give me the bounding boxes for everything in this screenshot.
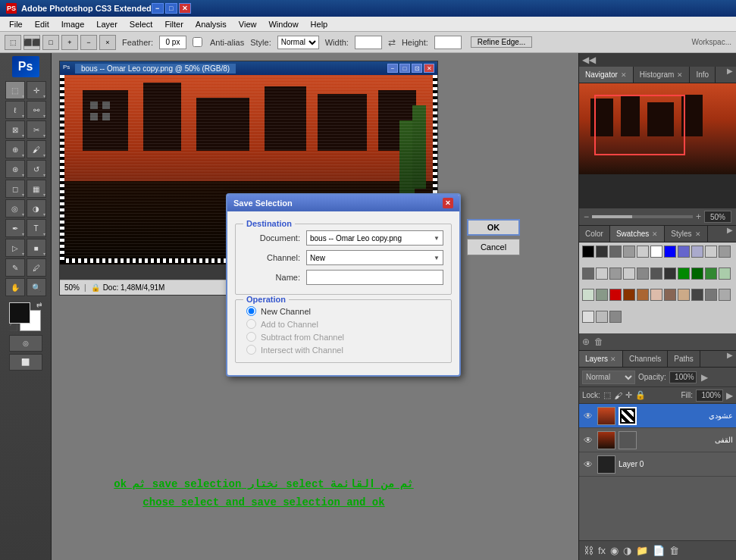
swatch-item[interactable]	[678, 267, 690, 280]
minimize-button[interactable]: −	[152, 3, 164, 14]
swatch-item[interactable]	[691, 289, 703, 301]
layers-tab[interactable]: Layers ✕	[579, 351, 623, 367]
subtract-from-channel-radio[interactable]	[246, 332, 256, 342]
menu-layer[interactable]: Layer	[90, 19, 124, 30]
swatches-tab-close[interactable]: ✕	[652, 230, 658, 238]
intersect-selection-btn[interactable]: ×	[99, 35, 116, 50]
styles-tab-close[interactable]: ✕	[695, 230, 701, 238]
swatch-item[interactable]	[596, 289, 608, 301]
fill-arrow[interactable]: ▶	[726, 390, 733, 401]
doc-minimize[interactable]: −	[387, 64, 398, 73]
add-to-selection-btn[interactable]: +	[61, 35, 78, 50]
swatch-item[interactable]	[705, 289, 717, 301]
swatches-tab[interactable]: Swatches ✕	[610, 226, 665, 242]
new-channel-radio[interactable]	[246, 306, 256, 316]
screen-mode-button[interactable]: ⬜	[9, 354, 42, 371]
swatches-delete-icon[interactable]: 🗑	[594, 336, 603, 347]
swatch-item[interactable]	[582, 311, 594, 323]
cancel-button[interactable]: Cancel	[467, 239, 520, 255]
swatch-item[interactable]	[637, 246, 649, 258]
lock-pixels-icon[interactable]: 🖌	[614, 391, 622, 400]
collapse-panels-icon[interactable]: ◀◀	[582, 55, 596, 65]
history-brush-tool[interactable]: ↺	[27, 160, 46, 178]
marquee-tool[interactable]: ⬚	[5, 81, 25, 99]
swatch-item[interactable]	[678, 289, 690, 301]
maximize-button[interactable]: □	[165, 3, 177, 14]
width-input[interactable]	[355, 36, 382, 49]
add-adjustment-icon[interactable]: ◑	[623, 545, 631, 556]
menu-window[interactable]: Window	[262, 19, 304, 30]
channels-tab[interactable]: Channels	[623, 351, 668, 367]
opacity-input[interactable]	[669, 371, 697, 383]
gradient-tool[interactable]: ▦	[27, 180, 46, 198]
switch-colors-icon[interactable]: ⇄	[36, 301, 42, 308]
layers-tab-close[interactable]: ✕	[610, 355, 616, 363]
navigator-tab-close[interactable]: ✕	[621, 71, 627, 79]
swatch-item[interactable]	[719, 267, 731, 280]
clone-tool[interactable]: ⊛	[5, 160, 25, 178]
layer-visibility-alfaqa[interactable]: 👁	[582, 434, 594, 446]
dialog-close-button[interactable]: ✕	[443, 198, 453, 208]
add-layer-style-icon[interactable]: fx	[598, 545, 606, 556]
swatch-item[interactable]	[637, 267, 649, 280]
menu-select[interactable]: Select	[124, 19, 159, 30]
close-button[interactable]: ✕	[179, 3, 191, 14]
intersect-with-channel-radio[interactable]	[246, 345, 256, 355]
swatch-item[interactable]	[596, 246, 608, 258]
swatch-item[interactable]	[623, 289, 635, 301]
menu-edit[interactable]: Edit	[29, 19, 55, 30]
styles-tab[interactable]: Styles ✕	[665, 226, 707, 242]
swatch-item[interactable]	[691, 246, 703, 258]
add-to-channel-radio[interactable]	[246, 319, 256, 329]
pen-tool[interactable]: ✒	[5, 219, 25, 237]
menu-help[interactable]: Help	[305, 19, 334, 30]
swatch-item[interactable]	[650, 246, 662, 258]
create-group-icon[interactable]: 📁	[636, 545, 648, 556]
swatch-item[interactable]	[637, 289, 649, 301]
style-select[interactable]: Normal	[277, 36, 319, 49]
shape-tool[interactable]: ■	[27, 239, 46, 257]
eyedropper-tool[interactable]: 🖊	[27, 258, 46, 277]
menu-view[interactable]: View	[233, 19, 263, 30]
menu-analysis[interactable]: Analysis	[189, 19, 233, 30]
swatch-item[interactable]	[691, 267, 703, 280]
zoom-in-icon[interactable]: +	[696, 211, 701, 222]
anti-alias-checkbox[interactable]	[193, 37, 202, 47]
swatch-item[interactable]	[582, 267, 594, 280]
channel-select[interactable]: New ▼	[306, 250, 443, 265]
histogram-tab[interactable]: Histogram ✕	[634, 67, 691, 83]
doc-close[interactable]: ✕	[424, 64, 434, 73]
quick-mask-button[interactable]: ◎	[9, 335, 42, 352]
swatch-item[interactable]	[623, 246, 635, 258]
layer-item-oshody[interactable]: 👁 عشودي	[579, 404, 736, 428]
swatch-item[interactable]	[650, 267, 662, 280]
document-tab[interactable]: bous -- Omar Leo copy.png @ 50% (RGB/8)	[75, 64, 236, 74]
brush-tool[interactable]: 🖌	[27, 140, 46, 158]
lasso-tool[interactable]: ℓ	[5, 101, 25, 119]
text-tool[interactable]: T	[27, 219, 46, 237]
navigator-tab[interactable]: Navigator ✕	[579, 67, 634, 83]
swatch-item[interactable]	[705, 246, 717, 258]
document-select[interactable]: bous -- Omar Leo copy.png ▼	[306, 230, 443, 246]
create-layer-icon[interactable]: 📄	[653, 545, 665, 556]
layer-blend-mode-select[interactable]: Normal	[582, 371, 635, 384]
panel-menu-icon[interactable]: ▶	[724, 67, 736, 83]
swatch-item[interactable]	[596, 311, 608, 323]
lock-position-icon[interactable]: ✛	[625, 390, 632, 400]
hand-tool[interactable]: ✋	[5, 278, 25, 296]
layer-visibility-oshody[interactable]: 👁	[582, 410, 594, 422]
marquee-tool-btn[interactable]: ⬚	[5, 35, 21, 50]
menu-file[interactable]: File	[3, 19, 29, 30]
swatch-item[interactable]	[678, 246, 690, 258]
blur-tool[interactable]: ◎	[5, 199, 25, 217]
info-tab[interactable]: Info	[690, 67, 716, 83]
ok-button[interactable]: OK	[467, 219, 520, 236]
add-mask-icon[interactable]: ◉	[610, 545, 619, 556]
layer-item-alfaqa[interactable]: 👁 القفى	[579, 428, 736, 452]
zoom-tool[interactable]: 🔍	[27, 278, 46, 296]
marquee-options-btn[interactable]: ⬛⬛	[23, 35, 40, 50]
swatch-item[interactable]	[705, 267, 717, 280]
swatch-item[interactable]	[719, 289, 731, 301]
swatch-item[interactable]	[609, 246, 622, 258]
swatch-item[interactable]	[609, 311, 622, 323]
